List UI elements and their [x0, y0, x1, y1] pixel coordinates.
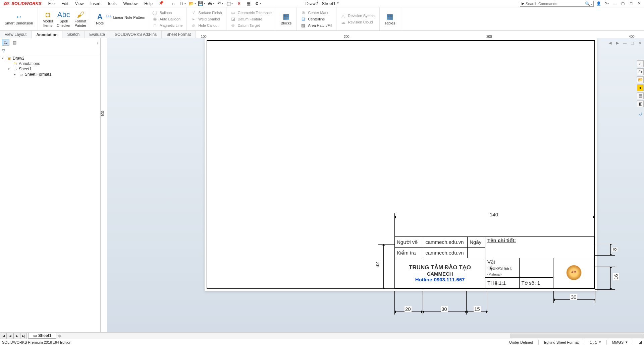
menu-window[interactable]: Window	[120, 1, 141, 7]
drawer-value-cell[interactable]: cammech.edu.vn	[423, 237, 468, 248]
rev-icon: △	[340, 13, 346, 18]
spell-checker-button[interactable]: Abc Spell Checker	[55, 10, 72, 28]
detail-name-cell[interactable]: Tên chi tiết:	[487, 237, 516, 243]
status-scale[interactable]: 1 : 1	[590, 340, 597, 344]
tree-sheet-format[interactable]: ▸ ▭ Sheet Format1	[2, 72, 98, 77]
revision-cloud-button[interactable]: ☁Revision Cloud	[340, 20, 375, 25]
drawing-sheet[interactable]: 140 32 Người vẽ cammech.edu.vn Ngày Tên …	[205, 38, 597, 291]
menu-help[interactable]: Help	[141, 1, 156, 7]
tree-sheet[interactable]: ▾ ▭ Sheet1	[2, 66, 98, 72]
property-manager-tab-icon[interactable]: ▤	[11, 40, 18, 46]
centerline-button[interactable]: ⊟Centerline	[301, 16, 332, 21]
rebuild-icon[interactable]: 8	[236, 1, 242, 7]
checker-value-cell[interactable]: cammech.edu.vn	[423, 248, 468, 258]
organization-cell: TRUNG TÂM ĐÀO TẠO CAMMECH Hotline:0903.1…	[395, 258, 485, 288]
auto-balloon-button[interactable]: ◉Auto Balloon	[152, 16, 183, 21]
add-sheet-button[interactable]: ⊕	[58, 334, 61, 338]
title-block[interactable]: Người vẽ cammech.edu.vn Ngày Tên chi tiế…	[394, 236, 594, 288]
rebuild2-icon[interactable]: ▦	[246, 1, 252, 7]
sheet-first-button[interactable]: |◀	[0, 333, 7, 339]
save-icon[interactable]: 💾	[199, 1, 205, 7]
pin-icon[interactable]: 📌	[159, 1, 164, 7]
area-hatch-button[interactable]: ▨Area Hatch/Fill	[301, 23, 332, 28]
tree-annotations[interactable]: 🗀 Annotations	[2, 61, 98, 66]
note-icon: A	[97, 12, 103, 21]
sheet-border: 140 32 Người vẽ cammech.edu.vn Ngày Tên …	[207, 40, 595, 289]
centerline-icon: ⊟	[301, 16, 306, 21]
vertical-ruler: 100	[101, 38, 107, 332]
model-items-button[interactable]: ◘ Model Items	[41, 10, 55, 28]
surface-finish-button[interactable]: √Surface Finish	[191, 10, 222, 15]
feature-tree-tab-icon[interactable]: 🗂	[2, 40, 9, 46]
restore-icon[interactable]: ▢	[620, 1, 626, 6]
tab-addins[interactable]: SOLIDWORKS Add-Ins	[110, 31, 162, 38]
status-units[interactable]: MMGS	[612, 340, 624, 344]
options-icon[interactable]: ⚙	[255, 1, 261, 7]
tab-evaluate[interactable]: Evaluate	[85, 31, 110, 38]
home-icon[interactable]: ⌂	[170, 1, 176, 7]
search-icon[interactable]: 🔍	[585, 1, 592, 6]
checker-label-cell: Kiểm tra	[395, 248, 423, 258]
note-button[interactable]: A Note	[94, 12, 106, 26]
tab-view-layout[interactable]: View Layout	[0, 31, 32, 38]
sheet-next-button[interactable]: ▶	[13, 333, 20, 339]
menu-tools[interactable]: Tools	[104, 1, 120, 7]
dim-16	[610, 267, 611, 289]
new-icon[interactable]: 🗋	[180, 1, 186, 7]
command-tabs: View Layout Annotation Sketch Evaluate S…	[0, 31, 644, 38]
panel-expand-icon[interactable]: ›	[97, 40, 98, 45]
tab-annotation[interactable]: Annotation	[32, 31, 62, 38]
blocks-button[interactable]: ▦ Blocks	[279, 12, 293, 26]
datum-target-button[interactable]: ⊕Datum Target	[230, 23, 272, 28]
maximize-icon[interactable]: ◻	[628, 1, 634, 6]
target-icon: ⊕	[230, 23, 236, 28]
tables-button[interactable]: ▦ Tables	[382, 12, 397, 26]
search-input[interactable]	[526, 2, 585, 6]
menu-insert[interactable]: Insert	[87, 1, 104, 7]
hole-callout-button[interactable]: ⌀Hole Callout	[191, 23, 222, 28]
material-label: Vật liệu	[487, 259, 495, 271]
datum-feature-button[interactable]: ◪Datum Feature	[230, 16, 272, 21]
horizontal-scrollbar[interactable]	[510, 334, 644, 338]
revision-symbol-button[interactable]: △Revision Symbol	[340, 13, 375, 18]
tab-sketch[interactable]: Sketch	[62, 31, 85, 38]
app-logo: ⅅS SOLIDWORKS	[0, 1, 45, 6]
ribbon: ↔ Smart Dimension ◘ Model Items Abc Spel…	[0, 7, 644, 31]
drawing-viewport[interactable]: 100 🔍 🔎 ↩ ✎ ⟳ ◧ ▫ 👁 ◐ ◀ ▶ — ▢ ✕ ⌂ 🗀 📂 ● …	[101, 38, 644, 332]
surface-icon: √	[191, 10, 196, 15]
linear-note-pattern-button[interactable]: ᴬᴬᴬ Linear Note Pattern	[106, 15, 145, 20]
menu-file[interactable]: File	[45, 1, 58, 7]
status-extra-icon[interactable]: ◪	[639, 340, 642, 344]
tree-filter[interactable]: ▽	[0, 47, 100, 54]
weld-symbol-button[interactable]: ▸Weld Symbol	[191, 16, 222, 21]
center-mark-button[interactable]: ⊕Center Mark	[301, 10, 332, 15]
close-icon[interactable]: ✕	[636, 1, 642, 6]
sheet-prev-button[interactable]: ◀	[7, 333, 13, 339]
select-icon[interactable]: ⬚	[227, 1, 233, 7]
dim-32	[383, 244, 384, 289]
smart-dimension-button[interactable]: ↔ Smart Dimension	[3, 12, 35, 26]
scale-cell: Tỉ lệ:1:1	[485, 278, 520, 288]
search-commands[interactable]: ▶ 🔍	[520, 1, 594, 7]
help-icon[interactable]: ?	[604, 1, 610, 6]
sheet-last-button[interactable]: ▶|	[20, 333, 27, 339]
sheet-tab-1[interactable]: ▭Sheet1	[28, 333, 56, 339]
open-icon[interactable]: 📂	[189, 1, 195, 7]
geometric-tolerance-button[interactable]: ▭Geometric Tolerance	[230, 10, 272, 15]
tab-sheet-format[interactable]: Sheet Format	[162, 31, 196, 38]
drawer-label-cell: Người vẽ	[395, 237, 423, 248]
undo-icon[interactable]: ↶	[217, 1, 223, 7]
menu-view[interactable]: View	[72, 1, 87, 7]
balloon-button[interactable]: ◯Balloon	[152, 10, 183, 15]
user-icon[interactable]: 👤	[596, 1, 602, 6]
org-logo-cell	[553, 258, 594, 288]
format-painter-button[interactable]: 🖌 Format Painter	[72, 10, 88, 28]
magnetic-line-button[interactable]: ⊓Magnetic Line	[152, 23, 183, 28]
minimize-icon[interactable]: —	[612, 1, 618, 6]
menu-edit[interactable]: Edit	[58, 1, 72, 7]
drawing-icon: ▣	[7, 56, 11, 61]
print-icon[interactable]: 🖶	[208, 1, 214, 7]
balloon-icon: ◯	[152, 10, 158, 15]
tree-root[interactable]: ▾ ▣ Draw2	[2, 56, 98, 61]
panel-tabs: 🗂 ▤ ›	[0, 38, 100, 47]
